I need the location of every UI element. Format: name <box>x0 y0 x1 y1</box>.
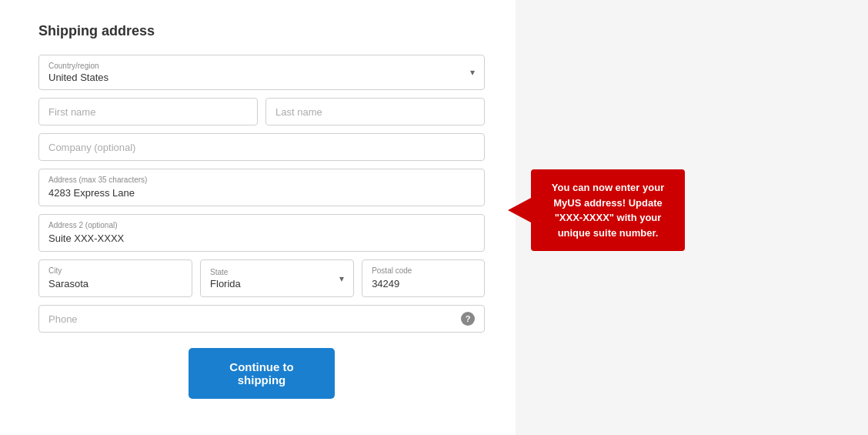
first-name-input[interactable] <box>48 106 248 118</box>
address2-input[interactable] <box>48 233 475 244</box>
phone-group: ? <box>38 305 485 333</box>
continue-to-shipping-button[interactable]: Continue to shipping <box>189 348 335 399</box>
address-label: Address (max 35 characters) <box>48 176 475 184</box>
page-title: Shipping address <box>38 23 485 39</box>
company-field[interactable] <box>38 133 485 161</box>
postal-input[interactable] <box>372 278 475 289</box>
last-name-field[interactable] <box>265 98 485 125</box>
address-field[interactable]: Address (max 35 characters) <box>38 169 485 206</box>
phone-field[interactable]: ? <box>38 305 485 333</box>
phone-input[interactable] <box>48 313 475 325</box>
callout-wrapper: You can now enter your MyUS address! Upd… <box>508 169 685 251</box>
country-chevron-icon: ▾ <box>470 67 475 78</box>
city-label: City <box>48 266 182 275</box>
company-group <box>38 133 485 161</box>
address-group: Address (max 35 characters) <box>38 169 485 206</box>
address-input[interactable] <box>48 187 475 199</box>
address2-field[interactable]: Address 2 (optional) <box>38 214 485 252</box>
name-row <box>38 98 485 125</box>
phone-help-icon[interactable]: ? <box>461 312 475 326</box>
address2-label: Address 2 (optional) <box>48 221 475 229</box>
last-name-input[interactable] <box>275 106 475 118</box>
company-input[interactable] <box>48 142 475 153</box>
state-chevron-icon: ▾ <box>339 273 344 284</box>
first-name-field[interactable] <box>38 98 258 125</box>
city-input[interactable] <box>48 278 182 289</box>
callout-box: You can now enter your MyUS address! Upd… <box>531 169 685 251</box>
address2-group: Address 2 (optional) <box>38 214 485 252</box>
callout-text: You can now enter your MyUS address! Upd… <box>552 182 664 239</box>
state-field[interactable]: State Florida ▾ <box>200 259 354 297</box>
country-label: Country/region <box>48 62 470 70</box>
left-panel: Shipping address Country/region United S… <box>0 0 516 435</box>
country-group: Country/region United States ▾ <box>38 55 485 90</box>
city-field[interactable]: City <box>38 259 192 297</box>
city-state-row: City State Florida ▾ Postal code <box>38 259 485 297</box>
callout-arrow-icon <box>508 198 531 223</box>
country-value: United States <box>48 72 470 83</box>
postal-field[interactable]: Postal code <box>362 259 485 297</box>
postal-label: Postal code <box>372 266 475 275</box>
country-field[interactable]: Country/region United States ▾ <box>38 55 485 90</box>
right-panel: You can now enter your MyUS address! Upd… <box>516 0 868 435</box>
state-label: State <box>210 268 339 276</box>
state-value: Florida <box>210 278 339 289</box>
